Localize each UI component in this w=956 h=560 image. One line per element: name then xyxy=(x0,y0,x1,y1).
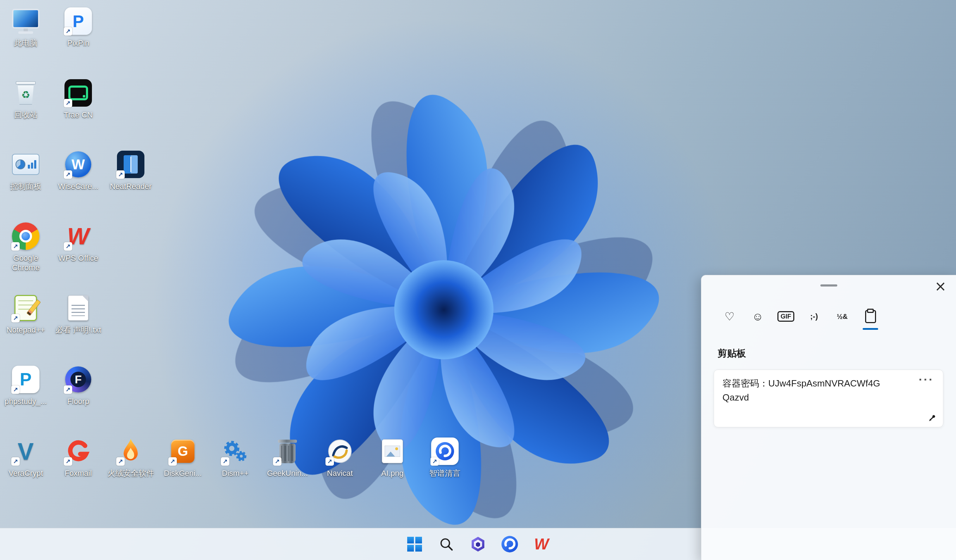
desktop-icon-wps-office[interactable]: ↗ WPS Office xyxy=(55,221,101,263)
desktop-icon-diskgenius[interactable]: ↗ DiskGeni... xyxy=(160,436,206,478)
trae-cn-icon: ↗ xyxy=(63,77,94,108)
this-pc-icon xyxy=(10,6,41,37)
zhipu-qingyan-icon xyxy=(500,535,519,553)
shortcut-arrow-icon: ↗ xyxy=(221,457,229,466)
desktop-icon-label: DiskGeni... xyxy=(156,469,209,478)
diskgenius-icon: ↗ xyxy=(167,436,198,467)
desktop-icon-label: 回收站 xyxy=(0,110,52,120)
clipboard-item[interactable]: 容器密码：UJw4FspAsmNVRACWf4GQazvd ··· xyxy=(714,370,943,427)
clipboard-icon xyxy=(865,310,876,323)
shortcut-arrow-icon: ↗ xyxy=(168,457,177,466)
desktop-icon-trae-cn[interactable]: ↗ Trae CN xyxy=(55,77,101,120)
tab-emoji[interactable]: ☺ xyxy=(744,306,772,327)
windows-logo-icon xyxy=(407,537,422,552)
desktop-icon-foxmail[interactable]: ↗ Foxmail xyxy=(55,436,101,478)
taskbar-app-wps[interactable]: W xyxy=(530,533,552,555)
heart-icon: ♡ xyxy=(725,311,735,322)
desktop-icon-notepad-plus-plus[interactable]: ↗ Notepad++ xyxy=(3,292,49,335)
desktop-icon-txt-file[interactable]: 必看 声明!.txt xyxy=(55,292,101,335)
pixpin-icon: ↗ xyxy=(63,6,94,37)
symbols-icon: ½& xyxy=(836,312,848,321)
desktop-icon-this-pc[interactable]: 此电脑 xyxy=(3,6,49,48)
desktop-icon-control-panel[interactable]: 控制面板 xyxy=(3,149,49,191)
desktop-icon-label: VeraCrypt xyxy=(0,469,52,478)
foxmail-icon: ↗ xyxy=(63,436,94,467)
shortcut-arrow-icon: ↗ xyxy=(64,99,72,107)
taskbar-app-zhipu-qingyan[interactable] xyxy=(499,533,520,555)
emoji-panel-tabs: ♡ ☺ GIF ;-) ½& xyxy=(715,306,885,327)
clipboard-panel: × ♡ ☺ GIF ;-) ½& 剪贴板 容器密码：UJw4FspA xyxy=(701,275,956,560)
tab-kaomoji[interactable]: ;-) xyxy=(800,306,828,327)
shortcut-arrow-icon: ↗ xyxy=(11,386,20,394)
tab-clipboard[interactable] xyxy=(856,306,885,327)
desktop-icon-label: Trae CN xyxy=(52,110,105,120)
shortcut-arrow-icon: ↗ xyxy=(64,170,72,179)
neatreader-icon: ↗ xyxy=(115,149,146,180)
wisecare-icon: ↗ xyxy=(63,149,94,180)
desktop-icon-label: AI.png xyxy=(366,469,419,478)
recycle-bin-icon: ♻ xyxy=(10,77,41,108)
shortcut-arrow-icon: ↗ xyxy=(11,457,20,466)
desktop-icon-veracrypt[interactable]: ↗ VeraCrypt xyxy=(3,436,49,478)
hexagon-app-icon xyxy=(470,536,486,553)
desktop-icon-label: WPS Office xyxy=(52,253,105,263)
desktop-icon-recycle-bin[interactable]: ♻ 回收站 xyxy=(3,77,49,120)
desktop-icon-label: NeatReader xyxy=(104,182,157,191)
start-button[interactable] xyxy=(404,533,426,555)
pin-icon xyxy=(927,414,937,424)
shortcut-arrow-icon: ↗ xyxy=(64,386,72,394)
panel-drag-handle[interactable] xyxy=(821,284,837,287)
search-icon xyxy=(438,536,454,552)
desktop-icon-geek-uninstaller[interactable]: ↗ GeekUnin... xyxy=(264,436,310,478)
wps-logo-icon: W xyxy=(534,536,549,552)
desktop-icon-wisecare[interactable]: ↗ WiseCare... xyxy=(55,149,101,191)
pin-button[interactable] xyxy=(927,414,937,424)
desktop-icon-zhipu-qingyan[interactable]: ↗ 智谱清言 xyxy=(422,436,468,478)
desktop-icon-label: 此电脑 xyxy=(0,38,52,48)
desktop-icon-label: 智谱清言 xyxy=(418,469,471,478)
search-button[interactable] xyxy=(436,533,457,555)
desktop-icon-label: Navicat xyxy=(313,469,366,478)
shortcut-arrow-icon: ↗ xyxy=(273,457,281,466)
desktop-icon-ai-png[interactable]: AI.png xyxy=(370,436,415,478)
gif-icon: GIF xyxy=(777,311,794,322)
tab-recent[interactable]: ♡ xyxy=(715,306,744,327)
tab-symbols[interactable]: ½& xyxy=(828,306,856,327)
shortcut-arrow-icon: ↗ xyxy=(64,457,72,466)
shortcut-arrow-icon: ↗ xyxy=(116,457,125,466)
desktop-icon-label: Dism++ xyxy=(209,469,262,478)
zhipu-qingyan-icon: ↗ xyxy=(429,436,461,467)
desktop-icon-floorp[interactable]: ↗ Floorp xyxy=(55,364,101,406)
wps-office-icon: ↗ xyxy=(63,221,94,252)
gears-icon: ↗ xyxy=(220,436,251,467)
google-chrome-icon: ↗ xyxy=(10,221,41,252)
veracrypt-icon: ↗ xyxy=(10,436,41,467)
desktop-icon-label: Notepad++ xyxy=(0,325,52,335)
image-file-icon xyxy=(377,436,408,467)
more-options-button[interactable]: ··· xyxy=(917,371,935,388)
close-button[interactable]: × xyxy=(931,277,950,296)
desktop-icon-label: phpstudy_... xyxy=(0,397,52,406)
phpstudy-icon: ↗ xyxy=(10,364,41,395)
shortcut-arrow-icon: ↗ xyxy=(64,27,72,36)
floorp-icon: ↗ xyxy=(63,364,94,395)
desktop-icon-google-chrome[interactable]: ↗ Google Chrome xyxy=(3,221,49,273)
tab-gif[interactable]: GIF xyxy=(772,306,800,327)
desktop-icon-label: Foxmail xyxy=(52,469,105,478)
desktop-icon-dism-plus-plus[interactable]: ↗ Dism++ xyxy=(212,436,258,478)
desktop-icon-label: 控制面板 xyxy=(0,182,52,191)
desktop-icon-huorong[interactable]: ↗ 火绒安全软件 xyxy=(108,436,154,478)
taskbar-app-hexagon[interactable] xyxy=(467,533,489,555)
text-file-icon xyxy=(63,292,94,323)
recycle-symbol-icon: ♻ xyxy=(21,89,30,101)
desktop-icon-neatreader[interactable]: ↗ NeatReader xyxy=(108,149,154,191)
desktop-icon-label: PixPin xyxy=(52,38,105,48)
huorong-flame-icon: ↗ xyxy=(115,436,146,467)
shortcut-arrow-icon: ↗ xyxy=(325,457,334,466)
desktop-icon-phpstudy[interactable]: ↗ phpstudy_... xyxy=(3,364,49,406)
shortcut-arrow-icon: ↗ xyxy=(116,170,125,179)
desktop: 此电脑 ↗ PixPin ♻ 回收站 ↗ Trae CN 控制面板 ↗ Wise… xyxy=(0,0,956,560)
shortcut-arrow-icon: ↗ xyxy=(11,314,20,322)
desktop-icon-pixpin[interactable]: ↗ PixPin xyxy=(55,6,101,48)
desktop-icon-navicat[interactable]: ↗ Navicat xyxy=(317,436,363,478)
